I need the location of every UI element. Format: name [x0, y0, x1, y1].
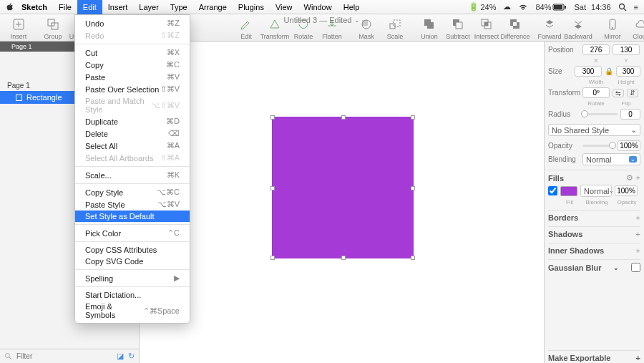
- subtract-button[interactable]: Subtract: [444, 16, 472, 40]
- pos-x-input[interactable]: [582, 44, 610, 55]
- intersect-button[interactable]: Intersect: [472, 16, 501, 40]
- blur-checkbox[interactable]: [631, 263, 640, 272]
- menu-extra-icon[interactable]: ≡: [634, 3, 638, 11]
- menu-type[interactable]: Type: [165, 0, 193, 14]
- menu-app[interactable]: Sketch: [16, 0, 53, 14]
- group-button[interactable]: Group: [39, 16, 67, 40]
- flip-h-button[interactable]: ⇋: [613, 89, 624, 97]
- handle-ne[interactable]: [411, 115, 415, 120]
- menu-item-paste-style[interactable]: Paste Style⌥⌘V: [75, 198, 190, 210]
- menubar-status: 🔋24% ☁ 84% Sat 14:36 ≡: [469, 2, 638, 11]
- menu-item-select-all[interactable]: Select All⌘A: [75, 140, 190, 152]
- menu-item-scale-[interactable]: Scale...⌘K: [75, 169, 190, 181]
- fill-blend-select[interactable]: Normal⌄: [580, 185, 612, 197]
- menu-item-set-style-as-default[interactable]: Set Style as Default: [75, 210, 190, 222]
- svg-rect-16: [456, 22, 462, 29]
- shared-style-select[interactable]: No Shared Style⌄: [548, 124, 640, 136]
- filter-input[interactable]: [16, 352, 112, 360]
- menu-edit[interactable]: Edit: [77, 0, 102, 14]
- menu-item-paste-over-selection[interactable]: Paste Over Selection⇧⌘V: [75, 83, 190, 95]
- width-input[interactable]: [575, 66, 602, 77]
- filter-icon2[interactable]: ↻: [128, 352, 135, 361]
- menu-plugins[interactable]: Plugins: [233, 0, 270, 14]
- handle-nw[interactable]: [270, 115, 275, 120]
- menu-item-undo[interactable]: Undo⌘Z: [75, 17, 190, 29]
- fill-opacity-input[interactable]: [615, 185, 638, 196]
- edit-button[interactable]: Edit: [232, 16, 260, 40]
- fill-sublabel: Fill: [561, 199, 578, 205]
- export-add-icon[interactable]: +: [636, 354, 640, 362]
- borders-add-icon[interactable]: +: [636, 213, 640, 222]
- handle-w[interactable]: [270, 186, 275, 190]
- difference-button[interactable]: Difference: [501, 16, 530, 40]
- apple-icon[interactable]: [6, 3, 16, 11]
- handle-sw[interactable]: [270, 256, 275, 260]
- fills-add-icon[interactable]: +: [636, 173, 640, 183]
- radius-slider[interactable]: [582, 113, 618, 115]
- menu-window[interactable]: Window: [298, 0, 338, 14]
- opacity-input[interactable]: [618, 140, 640, 151]
- flip-v-button[interactable]: ⇵: [627, 89, 638, 97]
- selected-rectangle[interactable]: [272, 117, 414, 258]
- borders-section[interactable]: Borders+: [548, 210, 640, 222]
- canvas[interactable]: [140, 42, 544, 363]
- svg-point-21: [612, 27, 613, 29]
- pos-y-input[interactable]: [613, 44, 640, 55]
- menu-file[interactable]: File: [53, 0, 77, 14]
- menu-item-delete[interactable]: Delete⌫: [75, 127, 190, 140]
- menu-view[interactable]: View: [270, 0, 298, 14]
- size-label: Size: [548, 67, 572, 75]
- opacity-slider[interactable]: [582, 145, 615, 147]
- mirror-button[interactable]: Mirror: [598, 16, 627, 40]
- menu-item-copy-svg-code[interactable]: Copy SVG Code: [75, 256, 190, 267]
- shadows-add-icon[interactable]: +: [636, 230, 640, 238]
- handle-n[interactable]: [341, 115, 346, 120]
- x-sublabel: X: [582, 57, 610, 64]
- handle-s[interactable]: [341, 256, 346, 260]
- menu-item-redo: Redo⇧⌘Z: [75, 29, 190, 42]
- rotate-input[interactable]: [582, 87, 610, 98]
- radius-input[interactable]: [620, 109, 640, 120]
- menu-item-copy[interactable]: Copy⌘C: [75, 59, 190, 71]
- menu-item-copy-style[interactable]: Copy Style⌥⌘C: [75, 186, 190, 198]
- blending-select[interactable]: Normal⌄: [582, 153, 640, 165]
- backward-button[interactable]: Backward: [564, 16, 592, 40]
- fill-swatch[interactable]: [560, 186, 577, 196]
- menu-item-pick-color[interactable]: Pick Color⌃C: [75, 227, 190, 239]
- menu-item-duplicate[interactable]: Duplicate⌘D: [75, 115, 190, 127]
- union-button[interactable]: Union: [415, 16, 444, 40]
- cloud-icon: ☁: [503, 2, 511, 11]
- cloud-button[interactable]: Cloud: [627, 16, 644, 40]
- make-exportable-button[interactable]: Make Exportable+: [548, 350, 640, 362]
- svg-line-25: [9, 357, 11, 359]
- shadows-section[interactable]: Shadows+: [548, 226, 640, 238]
- menu-arrange[interactable]: Arrange: [193, 0, 233, 14]
- menu-item-emoji-symbols[interactable]: Emoji & Symbols⌃⌘Space: [75, 301, 190, 321]
- handle-e[interactable]: [411, 186, 415, 190]
- inner-shadows-section[interactable]: Inner Shadows+: [548, 243, 640, 255]
- scale-button[interactable]: Scale: [381, 16, 409, 40]
- menu-layer[interactable]: Layer: [133, 0, 165, 14]
- lock-icon[interactable]: 🔒: [605, 67, 613, 75]
- menu-insert[interactable]: Insert: [102, 0, 134, 14]
- handle-se[interactable]: [411, 256, 415, 260]
- document-title[interactable]: Untitled 3 — Edited⌄: [284, 16, 361, 24]
- filter-icon1[interactable]: ◪: [117, 352, 124, 361]
- blur-section[interactable]: Gaussian Blur⌄: [548, 259, 640, 272]
- menu-item-cut[interactable]: Cut⌘X: [75, 47, 190, 59]
- height-input[interactable]: [616, 66, 640, 77]
- forward-button[interactable]: Forward: [535, 16, 564, 40]
- menu-help[interactable]: Help: [338, 0, 366, 14]
- menu-item-copy-css-attributes[interactable]: Copy CSS Attributes: [75, 244, 190, 256]
- inner-add-icon[interactable]: +: [636, 246, 640, 255]
- svg-rect-2: [565, 6, 566, 9]
- menu-item-start-dictation-[interactable]: Start Dictation...: [75, 289, 190, 301]
- menu-item-paste[interactable]: Paste⌘V: [75, 71, 190, 83]
- insert-button[interactable]: Insert: [4, 16, 33, 40]
- fill-enabled-checkbox[interactable]: [548, 186, 557, 195]
- menu-item-spelling[interactable]: Spelling▶: [75, 272, 190, 284]
- menubar: Sketch File Edit Insert Layer Type Arran…: [0, 0, 644, 14]
- fills-settings-icon[interactable]: ⚙: [626, 173, 633, 183]
- svg-rect-19: [484, 22, 488, 26]
- spotlight-icon[interactable]: [618, 3, 627, 11]
